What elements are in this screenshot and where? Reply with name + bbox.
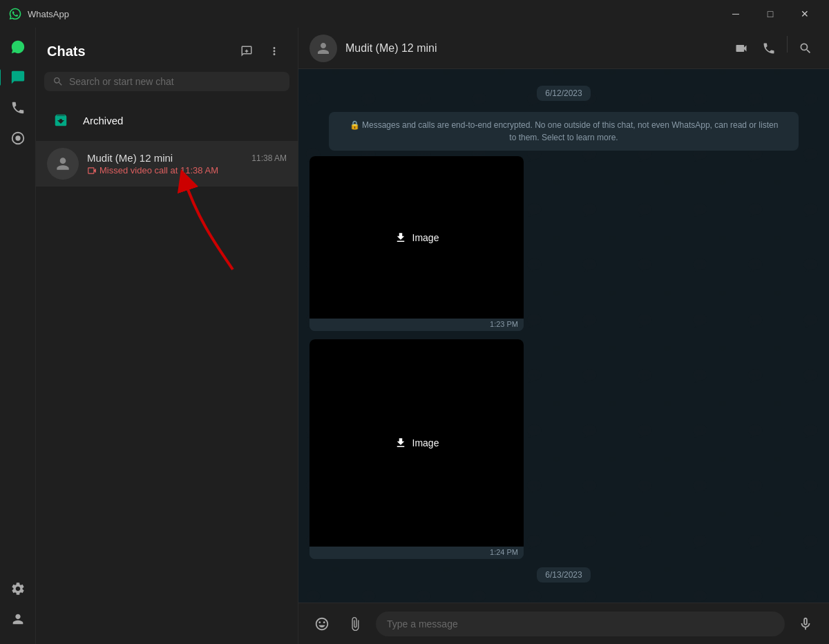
- main-area: Chats: [0, 28, 829, 644]
- video-call-icon: [734, 41, 748, 55]
- chat-preview-text: Missed video call at 11:38 AM: [99, 165, 218, 176]
- sidebar-item-calls[interactable]: [4, 94, 32, 122]
- mic-button[interactable]: [793, 612, 818, 636]
- more-options-icon: [268, 45, 280, 57]
- date-chip-2: 6/13/2023: [537, 567, 590, 583]
- encryption-notice[interactable]: 🔒 Messages and calls are end-to-end encr…: [329, 112, 799, 151]
- chat-preview: Missed video call at 11:38 AM: [87, 165, 287, 176]
- titlebar-controls: ─ □ ✕: [720, 3, 821, 24]
- contact-avatar-icon: [315, 40, 332, 57]
- chat-list-item[interactable]: Mudit (Me) 12 mini 11:38 AM Missed video…: [36, 141, 298, 187]
- voice-call-icon: [762, 41, 776, 55]
- person-icon: [54, 155, 72, 173]
- minimize-button[interactable]: ─: [720, 3, 752, 24]
- date-divider-2: 6/13/2023: [309, 567, 818, 583]
- mic-icon: [798, 616, 813, 632]
- sidebar-item-settings[interactable]: [4, 575, 32, 603]
- search-chat-button[interactable]: [793, 36, 818, 61]
- svg-point-1: [15, 135, 20, 140]
- messages-area: 6/12/2023 🔒 Messages and calls are end-t…: [298, 69, 829, 603]
- message-timestamp-2: 1:24 PM: [309, 547, 524, 559]
- message-bubble-2: Image 1:24 PM: [309, 339, 524, 559]
- message-input[interactable]: [376, 612, 785, 636]
- archived-row[interactable]: Archived: [36, 100, 298, 141]
- divider: [787, 36, 788, 53]
- chat-name: Mudit (Me) 12 mini: [87, 152, 173, 164]
- download-icon-1: [394, 231, 407, 244]
- search-chat-icon: [799, 41, 812, 55]
- settings-icon: [10, 581, 26, 596]
- chat-time: 11:38 AM: [251, 153, 287, 163]
- new-chat-icon: [240, 45, 253, 57]
- titlebar-left: WhatsApp: [8, 7, 69, 21]
- image-placeholder-1[interactable]: Image: [309, 156, 524, 319]
- new-chat-button[interactable]: [234, 39, 259, 64]
- chat-info: Mudit (Me) 12 mini 11:38 AM Missed video…: [87, 152, 287, 176]
- titlebar: WhatsApp ─ □ ✕: [0, 0, 829, 28]
- missed-video-call-icon: [87, 166, 97, 176]
- input-area: [298, 603, 829, 644]
- archived-label: Archived: [83, 115, 123, 126]
- calls-icon: [10, 100, 26, 115]
- titlebar-title: WhatsApp: [28, 9, 69, 19]
- chat-avatar: [47, 148, 79, 180]
- chat-header: Mudit (Me) 12 mini: [298, 28, 829, 69]
- image-download-btn-1[interactable]: Image: [385, 226, 449, 249]
- video-call-button[interactable]: [729, 36, 754, 61]
- image-download-btn-2[interactable]: Image: [385, 431, 449, 455]
- emoji-button[interactable]: [309, 612, 334, 636]
- image-placeholder-2[interactable]: Image: [309, 339, 524, 547]
- sidebar-icons: [0, 28, 36, 644]
- image-label-1: Image: [412, 232, 439, 243]
- whatsapp-logo-icon: [8, 7, 22, 21]
- chat-list-panel: Chats: [36, 28, 298, 644]
- emoji-icon: [314, 616, 330, 632]
- sidebar-item-whatsapp: [4, 33, 32, 61]
- date-divider-1: 6/12/2023: [309, 86, 818, 101]
- chat-list-header: Chats: [36, 28, 298, 72]
- sidebar-item-chats[interactable]: [4, 64, 32, 91]
- sidebar-item-status[interactable]: [4, 124, 32, 152]
- search-input[interactable]: [69, 76, 281, 87]
- date-chip-1: 6/12/2023: [537, 86, 590, 101]
- sidebar-item-profile[interactable]: [4, 605, 32, 633]
- chat-header-actions: [729, 36, 818, 61]
- attach-button[interactable]: [343, 612, 368, 636]
- menu-button[interactable]: [262, 39, 287, 64]
- chat-header-name[interactable]: Mudit (Me) 12 mini: [345, 42, 721, 55]
- voice-call-button[interactable]: [756, 36, 781, 61]
- sidebar-bottom-icons: [4, 575, 32, 638]
- chat-header-avatar[interactable]: [309, 35, 337, 62]
- search-box: [44, 72, 289, 91]
- archive-icon-container: [47, 106, 75, 134]
- close-button[interactable]: ✕: [789, 3, 821, 24]
- attach-icon: [347, 616, 363, 632]
- search-container: [36, 72, 298, 100]
- message-bubble-1: Image 1:23 PM: [309, 156, 524, 331]
- archive-icon: [53, 113, 68, 128]
- chat-panel: 💬 🔒 📞 😊 Mudit (Me) 12 mini: [298, 28, 829, 644]
- chats-icon: [10, 70, 26, 85]
- download-icon-2: [394, 437, 407, 449]
- search-icon: [53, 76, 64, 87]
- profile-icon: [10, 612, 26, 627]
- chat-name-row: Mudit (Me) 12 mini 11:38 AM: [87, 152, 287, 164]
- whatsapp-icon: [10, 39, 26, 55]
- maximize-button[interactable]: □: [754, 3, 786, 24]
- chat-list-actions: [234, 39, 287, 64]
- status-icon: [10, 131, 26, 146]
- chat-list-title: Chats: [47, 44, 86, 59]
- image-label-2: Image: [412, 437, 439, 448]
- message-timestamp-1: 1:23 PM: [309, 319, 524, 331]
